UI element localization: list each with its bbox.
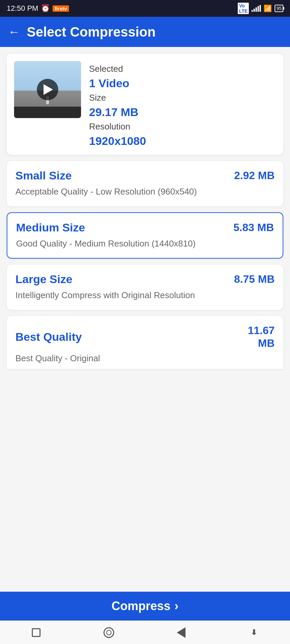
circle-icon — [103, 627, 114, 638]
signal-icon — [251, 5, 261, 12]
download-icon: ⬇ — [251, 628, 257, 637]
nav-square-button[interactable] — [28, 624, 45, 641]
best-quality-desc: Best Quality - Original — [15, 353, 275, 364]
video-info-details: Selected 1 Video Size 29.17 MB Resolutio… — [89, 61, 276, 148]
play-icon — [44, 84, 53, 95]
medium-size-option[interactable]: Medium Size 5.83 MB Good Quality - Mediu… — [7, 212, 283, 259]
best-quality-title: Best Quality — [15, 330, 82, 343]
large-size-value: 8.75 MB — [234, 273, 275, 285]
video-info-card: Selected 1 Video Size 29.17 MB Resolutio… — [7, 54, 283, 155]
page-title: Select Compression — [27, 24, 156, 40]
medium-size-title: Medium Size — [16, 221, 85, 234]
best-quality-option[interactable]: Best Quality 11.67MB Best Quality - Orig… — [7, 316, 283, 369]
nav-back-button[interactable] — [173, 624, 190, 641]
app-header: ← Select Compression — [0, 17, 290, 47]
size-value: 29.17 MB — [89, 106, 276, 119]
windshield — [14, 107, 81, 118]
compress-chevron-icon: › — [174, 599, 178, 613]
compress-button[interactable]: Compress › — [112, 599, 178, 613]
nav-home-button[interactable] — [100, 624, 117, 641]
small-size-value: 2.92 MB — [234, 169, 275, 182]
battery-icon: 95 — [275, 5, 283, 12]
large-size-option[interactable]: Large Size 8.75 MB Intelligently Compres… — [7, 265, 283, 310]
play-button[interactable] — [37, 79, 58, 100]
best-quality-header: Best Quality 11.67MB — [15, 324, 275, 350]
main-content: Selected 1 Video Size 29.17 MB Resolutio… — [0, 47, 290, 644]
alarm-icon: ⏰ — [41, 4, 50, 13]
large-size-header: Large Size 8.75 MB — [15, 273, 275, 286]
small-size-desc: Acceptable Quality - Low Resolution (960… — [15, 185, 275, 198]
back-icon — [177, 627, 186, 638]
large-size-desc: Intelligently Compress with Original Res… — [15, 289, 275, 302]
volte-badge: VoLTE — [238, 3, 249, 14]
small-size-option[interactable]: Small Size 2.92 MB Acceptable Quality - … — [7, 161, 283, 206]
best-quality-value: 11.67MB — [248, 324, 275, 350]
compress-label: Compress — [112, 599, 170, 613]
bottom-nav: ⬇ — [0, 621, 290, 644]
small-size-title: Small Size — [15, 169, 72, 182]
medium-size-value: 5.83 MB — [233, 221, 274, 234]
download-arrow-icon: ⬇ — [251, 628, 257, 637]
resolution-value: 1920x1080 — [89, 135, 276, 148]
size-label: Size — [89, 93, 276, 103]
square-icon — [32, 628, 41, 637]
status-time: 12:50 PM — [7, 4, 38, 13]
selected-value: 1 Video — [89, 77, 276, 90]
video-thumbnail — [14, 61, 81, 118]
large-size-title: Large Size — [15, 273, 72, 286]
status-bar-left: 12:50 PM ⏰ firetv — [7, 4, 69, 13]
firetv-badge: firetv — [53, 5, 69, 12]
status-bar-right: VoLTE 📶 95 — [238, 3, 283, 14]
medium-size-header: Medium Size 5.83 MB — [16, 221, 274, 234]
back-button[interactable]: ← — [8, 25, 20, 39]
wifi-icon: 📶 — [264, 4, 272, 12]
nav-download-button[interactable]: ⬇ — [245, 624, 262, 641]
resolution-label: Resolution — [89, 121, 276, 132]
status-bar: 12:50 PM ⏰ firetv VoLTE 📶 95 — [0, 0, 290, 17]
compress-btn-container: Compress › — [0, 592, 290, 621]
small-size-header: Small Size 2.92 MB — [15, 169, 275, 182]
medium-size-desc: Good Quality - Medium Resolution (1440x8… — [16, 237, 274, 250]
selected-label: Selected — [89, 64, 276, 74]
